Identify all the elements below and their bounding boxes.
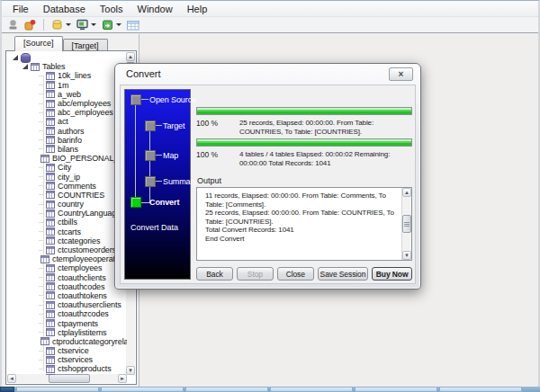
menu-item-tools[interactable]: Tools — [93, 2, 130, 16]
taskbar-start-button[interactable] — [0, 387, 14, 392]
close-icon[interactable]: × — [389, 67, 413, 81]
tree-item[interactable]: City — [6, 163, 127, 172]
tab-source[interactable]: [Source] — [14, 36, 63, 51]
output-box[interactable]: 11 records, Elapsed: 00:00:00. From Tabl… — [196, 187, 412, 261]
table-icon — [46, 164, 55, 172]
tree-node-tables[interactable]: Tables — [6, 62, 127, 71]
table-icon — [46, 218, 55, 227]
step-marker-open-source — [130, 94, 141, 105]
tree-item[interactable]: ctshopproducts — [6, 364, 127, 373]
taskbar-button[interactable] — [270, 387, 353, 392]
tree-item-label: ctpayments — [58, 319, 98, 328]
tree-horizontal-scrollbar[interactable]: ◄ ► — [7, 374, 127, 383]
dialog-body: Open Source Target Map Summary Convert C… — [120, 85, 416, 284]
menu-item-database[interactable]: Database — [36, 2, 93, 16]
table-icon — [46, 81, 55, 89]
scrollbar-thumb[interactable] — [49, 374, 90, 383]
tree-item-label: ctservices — [58, 355, 93, 364]
tree-item[interactable]: abc/employees — [6, 99, 127, 108]
tree-item[interactable]: ctpayments — [6, 318, 127, 327]
taskbar-button[interactable] — [185, 387, 268, 392]
step-connector-line — [141, 99, 148, 100]
scroll-down-icon[interactable]: ▼ — [126, 366, 135, 375]
menu-item-file[interactable]: File — [5, 2, 36, 16]
step-connector-line — [156, 181, 162, 182]
tree-item[interactable]: Comments — [6, 182, 127, 191]
buy-now-button[interactable]: Buy Now — [372, 267, 412, 281]
tree-item-label: bilans — [58, 145, 78, 154]
scroll-up-icon[interactable]: ▲ — [402, 188, 411, 197]
toolbar — [2, 17, 538, 33]
menu-item-window[interactable]: Window — [130, 2, 180, 16]
tree-item[interactable]: ctbills — [6, 218, 127, 227]
expand-arrow-icon[interactable] — [13, 55, 18, 60]
tree-item[interactable]: COUNTRIES — [6, 191, 127, 200]
tree-item[interactable]: ctoauthcodes — [6, 282, 127, 291]
stop-button: Stop — [237, 267, 274, 281]
table-icon — [46, 118, 55, 126]
scroll-up-icon[interactable]: ▲ — [126, 52, 135, 61]
windows-taskbar[interactable] — [0, 387, 540, 392]
user-button[interactable] — [5, 18, 21, 31]
tree-item-label: barinfo — [58, 136, 82, 145]
close-button[interactable]: Close — [277, 267, 314, 281]
table-icon — [46, 347, 55, 355]
tree-item[interactable]: ctcategories — [6, 236, 127, 245]
tree-item[interactable]: ctservices — [6, 355, 127, 364]
overall-progress-bar — [196, 138, 412, 147]
tree-item[interactable]: ctplaylistitems — [6, 328, 127, 337]
output-line: End Convert — [205, 235, 397, 244]
convert-button[interactable] — [100, 18, 123, 31]
tree-item[interactable]: BIO_PERSONAL_INF — [6, 154, 127, 163]
tree-item[interactable]: bilans — [6, 145, 127, 154]
tree-item[interactable]: ctservice — [6, 346, 127, 355]
tree-item[interactable]: barinfo — [6, 136, 127, 145]
menu-item-help[interactable]: Help — [180, 2, 215, 16]
taskbar-button[interactable] — [101, 387, 184, 392]
taskbar-button[interactable] — [439, 387, 522, 392]
tree-item[interactable]: act — [6, 117, 127, 126]
tree-item[interactable]: authors — [6, 127, 127, 136]
tree-item[interactable]: ctoauthclients — [6, 273, 127, 282]
tree-item-partial[interactable] — [6, 374, 127, 375]
data-grid-button[interactable] — [125, 19, 141, 31]
expand-arrow-icon[interactable] — [22, 64, 28, 69]
table-icon — [46, 310, 55, 318]
disconnect-button[interactable] — [22, 18, 38, 31]
convert-icon — [102, 19, 113, 31]
back-button[interactable]: Back — [196, 267, 233, 281]
tree-item[interactable]: ctoauthtokens — [6, 291, 127, 300]
tree-item[interactable]: ctcustomeorders — [6, 245, 127, 254]
scroll-down-icon[interactable]: ▼ — [402, 251, 411, 260]
tree-item[interactable]: ctproductcategoryrelation — [6, 337, 127, 346]
scroll-right-icon[interactable]: ► — [118, 374, 127, 383]
save-session-button[interactable]: Save Session — [318, 267, 368, 281]
tree-root-database[interactable] — [6, 53, 127, 62]
tree-item[interactable]: city_ip — [6, 172, 127, 181]
target-button[interactable] — [75, 18, 98, 31]
open-source-button[interactable] — [50, 18, 73, 31]
table-icon — [46, 273, 55, 281]
tree-item[interactable]: 10k_lines — [6, 71, 127, 80]
tree-item[interactable]: 1m — [6, 81, 127, 90]
scrollbar-thumb[interactable] — [402, 215, 411, 233]
tree-item[interactable]: ctoauthzcodes — [6, 309, 127, 318]
scroll-left-icon[interactable]: ◄ — [7, 374, 16, 383]
tree-item[interactable]: abc_employees — [6, 108, 127, 117]
tree-item[interactable]: ctemployeeoperatelog — [6, 254, 127, 263]
tree-item-label: ctoauthuserclients — [58, 300, 122, 309]
tree-item[interactable]: a_web — [6, 90, 127, 99]
tree-item[interactable]: ctcarts — [6, 227, 127, 236]
tree-item[interactable]: ctoauthuserclients — [6, 300, 127, 309]
step-marker-map — [145, 150, 156, 161]
tree-item[interactable]: country — [6, 200, 127, 209]
tree-item[interactable]: CountryLanguage — [6, 209, 127, 218]
tree-item[interactable]: ctemployees — [6, 263, 127, 272]
progress-fill — [197, 108, 411, 114]
chevron-down-icon — [91, 23, 96, 26]
taskbar-button[interactable] — [355, 387, 437, 392]
tree-item-label: Comments — [58, 182, 96, 191]
disconnect-icon — [24, 19, 36, 31]
output-scrollbar[interactable]: ▲ ▼ — [401, 188, 411, 260]
taskbar-button[interactable] — [16, 387, 99, 392]
